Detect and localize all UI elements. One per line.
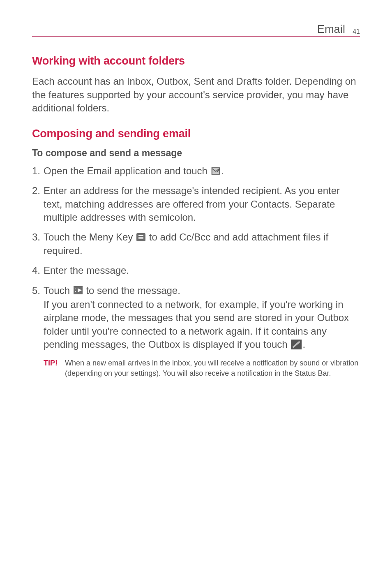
step-3-text-a: Touch the [44,231,89,243]
step-5-text-d: . [302,339,305,350]
step-5-text-a: Touch [44,285,73,296]
svg-rect-4 [138,237,143,238]
step-5-followup: If you aren't connected to a network, fo… [44,298,360,351]
step-5-text-b: to send the message. [83,285,180,296]
send-icon [74,286,83,294]
tip-label: TIP! [44,358,65,368]
page-header: Email 41 [32,23,360,37]
step-2: Enter an address for the message's inten… [32,184,360,224]
step-3-menykey-label: Meny Key [89,231,133,243]
section-body-working-folders: Each account has an Inbox, Outbox, Sent … [32,75,360,115]
step-4: Enter the message. [32,264,360,277]
tip-row: TIP! When a new email arrives in the inb… [32,358,360,379]
step-3: Touch the Meny Key to add Cc/Bcc and add… [32,231,360,257]
step-1: Open the Email application and touch . [32,164,360,178]
section-working-folders: Working with account folders Each accoun… [32,55,360,115]
step-1-text-c: application and touch [111,165,210,176]
step-2-text: Enter an address for the message's inten… [44,185,340,223]
step-1-text-d: . [221,165,224,176]
svg-rect-8 [75,291,76,292]
page-container: Email 41 Working with account folders Ea… [0,0,392,379]
step-1-text-a: Open the [44,165,87,176]
compose-icon [211,167,220,175]
step-5: Touch to send the message. If you aren't… [32,284,360,351]
step-4-text: Enter the message. [44,265,129,276]
svg-rect-7 [75,289,76,289]
steps-list: Open the Email application and touch . E… [32,164,360,351]
tip-body: When a new email arrives in the inbox, y… [65,358,360,379]
svg-rect-5 [138,238,143,239]
header-section-title: Email [317,23,346,36]
section-title-composing: Composing and sending email [32,127,360,140]
menu-key-icon [136,233,145,241]
section-composing: Composing and sending email To compose a… [32,127,360,379]
section-title-working-folders: Working with account folders [32,55,360,67]
page-number: 41 [353,28,360,35]
subhead-compose-send: To compose and send a message [32,148,360,159]
step-1-email-label: Email [87,165,111,176]
outbox-icon [291,340,302,349]
svg-rect-3 [138,235,143,236]
